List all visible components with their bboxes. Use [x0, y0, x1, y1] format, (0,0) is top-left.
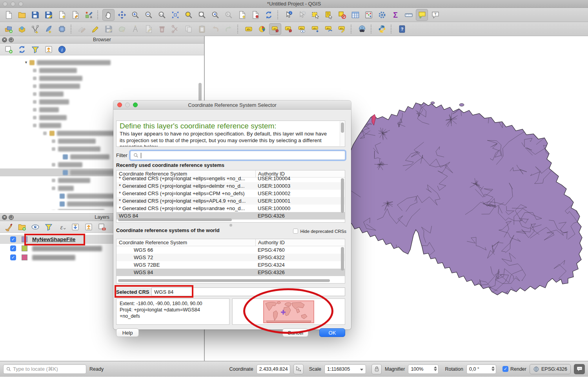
- toggle-extents-button[interactable]: [293, 364, 304, 374]
- refresh-map-button[interactable]: [262, 9, 275, 21]
- zoom-in-button[interactable]: [129, 9, 141, 21]
- magnifier-spinbox[interactable]: 100%: [408, 364, 439, 374]
- metasearch-button[interactable]: [356, 23, 368, 35]
- properties-widget-button[interactable]: [57, 45, 67, 54]
- modify-attributes-button[interactable]: [142, 23, 155, 35]
- zoom-full-button[interactable]: [169, 9, 181, 21]
- add-selected-layers-button[interactable]: [4, 45, 13, 54]
- copy-features-button[interactable]: [182, 23, 195, 35]
- save-project-button[interactable]: [29, 9, 41, 21]
- paste-features-button[interactable]: [196, 23, 208, 35]
- show-statistical-summary-button[interactable]: [389, 9, 401, 21]
- identify-features-button[interactable]: [282, 9, 295, 21]
- current-edits-button[interactable]: [76, 23, 88, 35]
- new-project-button[interactable]: [2, 9, 15, 21]
- new-virtual-layer-button[interactable]: [56, 23, 68, 35]
- pan-to-selection-button[interactable]: [116, 9, 128, 21]
- layout-manager-button[interactable]: [69, 9, 81, 21]
- undo-button[interactable]: [209, 23, 221, 35]
- browser-tree-item[interactable]: [0, 66, 204, 74]
- layer-labeling-options-button[interactable]: [242, 23, 255, 35]
- close-layers-panel-button[interactable]: ✕: [2, 215, 7, 220]
- crs-table-row[interactable]: WGS 66EPSG:4760: [117, 246, 345, 254]
- save-layer-edits-button[interactable]: [102, 23, 115, 35]
- window-close-button[interactable]: [3, 2, 7, 6]
- dialog-minimize-button[interactable]: [125, 102, 130, 107]
- manage-map-themes-button[interactable]: [31, 222, 40, 232]
- browser-tree-item[interactable]: [0, 82, 204, 90]
- new-map-view-button[interactable]: [236, 9, 248, 21]
- render-checkbox[interactable]: ✓: [502, 366, 508, 372]
- layer-color-swatch[interactable]: [22, 245, 27, 251]
- new-spatialite-layer-button[interactable]: [42, 23, 55, 35]
- new-3d-map-view-button[interactable]: [249, 9, 261, 21]
- layer-visibility-checkbox[interactable]: ✓: [10, 236, 16, 242]
- collapse-all-button[interactable]: [44, 45, 53, 54]
- locator-input[interactable]: [13, 366, 84, 372]
- zoom-native-button[interactable]: [156, 9, 168, 21]
- collapse-all-layers-button[interactable]: [84, 222, 93, 232]
- map-tips-button[interactable]: [416, 9, 428, 21]
- zoom-next-button[interactable]: [222, 9, 235, 21]
- style-manager-button[interactable]: [82, 9, 95, 21]
- filter-legend-button[interactable]: [44, 222, 53, 232]
- hide-deprecated-checkbox[interactable]: [293, 229, 298, 234]
- delete-selected-button[interactable]: [156, 23, 168, 35]
- python-console-button[interactable]: [376, 23, 388, 35]
- dialog-zoom-button[interactable]: [133, 102, 138, 107]
- open-project-button[interactable]: [16, 9, 28, 21]
- redo-button[interactable]: [222, 23, 235, 35]
- toggle-editing-button[interactable]: [89, 23, 101, 35]
- float-layers-panel-button[interactable]: ❏: [9, 215, 14, 220]
- render-toggle[interactable]: ✓ Render: [502, 366, 526, 372]
- zoom-to-layer-button[interactable]: [196, 9, 208, 21]
- move-label-button[interactable]: [309, 23, 321, 35]
- crs-table-row[interactable]: WGS 72EPSG:4322: [117, 254, 345, 261]
- crs-table-row[interactable]: * Generated CRS (+proj=longlat +ellps=de…: [117, 182, 345, 190]
- close-panel-button[interactable]: ✕: [2, 37, 7, 42]
- scale-combo[interactable]: 1:1168305: [324, 364, 366, 374]
- layer-color-swatch[interactable]: [22, 254, 27, 260]
- crs-table-row[interactable]: * Generated CRS (+proj=longlat +ellps=AP…: [117, 197, 345, 205]
- rotate-label-button[interactable]: [322, 23, 335, 35]
- open-layer-styling-button[interactable]: [4, 222, 13, 232]
- belgium-municipalities-map[interactable]: [322, 100, 585, 298]
- lock-scale-button[interactable]: [371, 364, 382, 374]
- field-calculator-button[interactable]: [362, 9, 375, 21]
- zoom-last-button[interactable]: [209, 9, 221, 21]
- deselect-features-button[interactable]: [336, 9, 348, 21]
- browser-tree-item[interactable]: ▼: [0, 59, 204, 66]
- horizontal-scrollbar[interactable]: [118, 218, 232, 221]
- add-group-button[interactable]: [17, 222, 27, 232]
- crs-table-row[interactable]: * Generated CRS (+proj=longlat +ellps=en…: [117, 175, 345, 182]
- description-scrollbar[interactable]: [340, 121, 344, 146]
- messages-button[interactable]: [574, 364, 585, 374]
- crs-table-row[interactable]: * Generated CRS (+proj=longlat +ellps=CP…: [117, 190, 345, 197]
- expand-all-button[interactable]: [71, 222, 80, 232]
- new-geopackage-layer-button[interactable]: [16, 23, 28, 35]
- run-feature-action-button[interactable]: [296, 9, 308, 21]
- select-by-value-button[interactable]: [322, 9, 335, 21]
- data-source-manager-button[interactable]: [2, 23, 15, 35]
- rotation-spinbox[interactable]: 0,0 °: [466, 364, 496, 374]
- zoom-to-selection-button[interactable]: [182, 9, 195, 21]
- crs-table-row[interactable]: WGS 84EPSG:4326: [117, 269, 345, 276]
- window-minimize-button[interactable]: [11, 2, 15, 6]
- filter-by-expression-button[interactable]: [57, 222, 67, 232]
- vertical-scrollbar[interactable]: [341, 247, 344, 271]
- save-project-as-button[interactable]: [42, 9, 55, 21]
- open-attribute-table-button[interactable]: [349, 9, 361, 21]
- authority-column-header[interactable]: Authority ID: [255, 239, 345, 246]
- window-zoom-button[interactable]: [18, 2, 23, 6]
- expand-triangle-icon[interactable]: ▼: [24, 60, 28, 64]
- browser-tree-item[interactable]: [0, 74, 204, 82]
- ok-button[interactable]: OK: [319, 328, 345, 337]
- change-label-button[interactable]: [336, 23, 348, 35]
- add-feature-button[interactable]: [116, 23, 128, 35]
- layer-diagram-options-button[interactable]: [256, 23, 268, 35]
- vertical-scrollbar[interactable]: [341, 178, 344, 213]
- spinner-arrows-icon[interactable]: [434, 366, 437, 371]
- crs-table-row[interactable]: * Generated CRS (+proj=longlat +ellps=an…: [117, 205, 345, 212]
- filter-browser-button[interactable]: [31, 45, 40, 54]
- browser-tree-item[interactable]: [0, 90, 204, 98]
